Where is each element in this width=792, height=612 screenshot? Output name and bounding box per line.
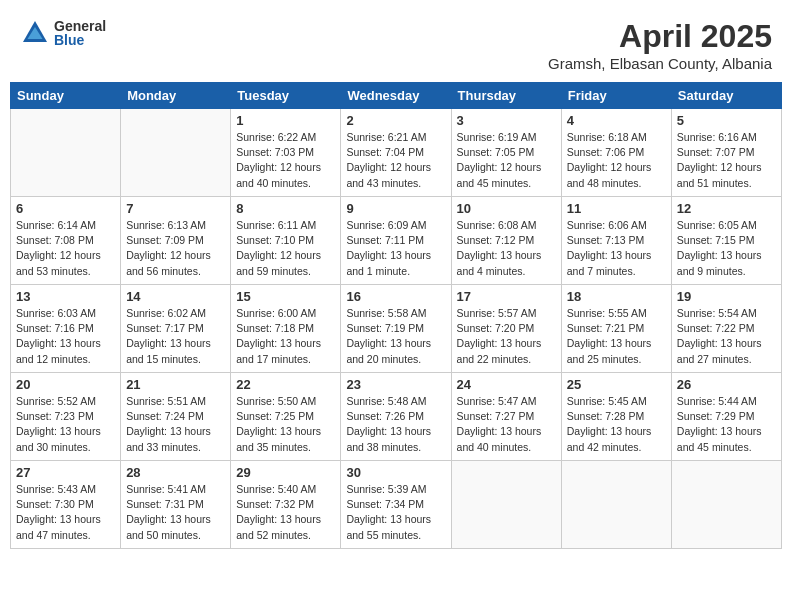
day-info: Sunrise: 5:45 AM Sunset: 7:28 PM Dayligh…	[567, 394, 666, 455]
day-info: Sunrise: 5:44 AM Sunset: 7:29 PM Dayligh…	[677, 394, 776, 455]
weekday-header-cell: Monday	[121, 83, 231, 109]
weekday-header-cell: Saturday	[671, 83, 781, 109]
day-info: Sunrise: 6:18 AM Sunset: 7:06 PM Dayligh…	[567, 130, 666, 191]
day-number: 30	[346, 465, 445, 480]
day-info: Sunrise: 5:55 AM Sunset: 7:21 PM Dayligh…	[567, 306, 666, 367]
day-number: 16	[346, 289, 445, 304]
day-info: Sunrise: 6:11 AM Sunset: 7:10 PM Dayligh…	[236, 218, 335, 279]
day-number: 13	[16, 289, 115, 304]
calendar-day-cell: 20Sunrise: 5:52 AM Sunset: 7:23 PM Dayli…	[11, 373, 121, 461]
calendar-day-cell	[671, 461, 781, 549]
day-number: 28	[126, 465, 225, 480]
logo: General Blue	[20, 18, 106, 48]
day-number: 27	[16, 465, 115, 480]
calendar-day-cell: 17Sunrise: 5:57 AM Sunset: 7:20 PM Dayli…	[451, 285, 561, 373]
day-info: Sunrise: 5:52 AM Sunset: 7:23 PM Dayligh…	[16, 394, 115, 455]
calendar-day-cell: 13Sunrise: 6:03 AM Sunset: 7:16 PM Dayli…	[11, 285, 121, 373]
logo-icon	[20, 18, 50, 48]
day-info: Sunrise: 6:19 AM Sunset: 7:05 PM Dayligh…	[457, 130, 556, 191]
calendar-day-cell: 15Sunrise: 6:00 AM Sunset: 7:18 PM Dayli…	[231, 285, 341, 373]
day-info: Sunrise: 5:58 AM Sunset: 7:19 PM Dayligh…	[346, 306, 445, 367]
day-info: Sunrise: 5:57 AM Sunset: 7:20 PM Dayligh…	[457, 306, 556, 367]
calendar-day-cell: 14Sunrise: 6:02 AM Sunset: 7:17 PM Dayli…	[121, 285, 231, 373]
month-year-title: April 2025	[548, 18, 772, 55]
calendar-day-cell	[561, 461, 671, 549]
calendar-week-row: 20Sunrise: 5:52 AM Sunset: 7:23 PM Dayli…	[11, 373, 782, 461]
day-number: 19	[677, 289, 776, 304]
calendar-day-cell: 11Sunrise: 6:06 AM Sunset: 7:13 PM Dayli…	[561, 197, 671, 285]
day-number: 22	[236, 377, 335, 392]
day-number: 5	[677, 113, 776, 128]
day-number: 1	[236, 113, 335, 128]
day-info: Sunrise: 5:40 AM Sunset: 7:32 PM Dayligh…	[236, 482, 335, 543]
day-number: 23	[346, 377, 445, 392]
calendar-day-cell: 18Sunrise: 5:55 AM Sunset: 7:21 PM Dayli…	[561, 285, 671, 373]
day-info: Sunrise: 5:39 AM Sunset: 7:34 PM Dayligh…	[346, 482, 445, 543]
calendar-day-cell: 12Sunrise: 6:05 AM Sunset: 7:15 PM Dayli…	[671, 197, 781, 285]
day-number: 8	[236, 201, 335, 216]
calendar-day-cell	[451, 461, 561, 549]
day-number: 17	[457, 289, 556, 304]
calendar-day-cell: 19Sunrise: 5:54 AM Sunset: 7:22 PM Dayli…	[671, 285, 781, 373]
day-number: 12	[677, 201, 776, 216]
weekday-header-row: SundayMondayTuesdayWednesdayThursdayFrid…	[11, 83, 782, 109]
day-number: 20	[16, 377, 115, 392]
calendar-day-cell: 10Sunrise: 6:08 AM Sunset: 7:12 PM Dayli…	[451, 197, 561, 285]
day-info: Sunrise: 6:03 AM Sunset: 7:16 PM Dayligh…	[16, 306, 115, 367]
day-info: Sunrise: 5:54 AM Sunset: 7:22 PM Dayligh…	[677, 306, 776, 367]
calendar-day-cell	[121, 109, 231, 197]
day-info: Sunrise: 6:14 AM Sunset: 7:08 PM Dayligh…	[16, 218, 115, 279]
location-subtitle: Gramsh, Elbasan County, Albania	[548, 55, 772, 72]
day-number: 26	[677, 377, 776, 392]
calendar-day-cell	[11, 109, 121, 197]
weekday-header-cell: Tuesday	[231, 83, 341, 109]
logo-blue-text: Blue	[54, 33, 106, 47]
day-info: Sunrise: 6:16 AM Sunset: 7:07 PM Dayligh…	[677, 130, 776, 191]
calendar-day-cell: 6Sunrise: 6:14 AM Sunset: 7:08 PM Daylig…	[11, 197, 121, 285]
calendar-day-cell: 21Sunrise: 5:51 AM Sunset: 7:24 PM Dayli…	[121, 373, 231, 461]
day-info: Sunrise: 6:09 AM Sunset: 7:11 PM Dayligh…	[346, 218, 445, 279]
day-number: 6	[16, 201, 115, 216]
day-number: 25	[567, 377, 666, 392]
title-block: April 2025 Gramsh, Elbasan County, Alban…	[548, 18, 772, 72]
day-info: Sunrise: 6:08 AM Sunset: 7:12 PM Dayligh…	[457, 218, 556, 279]
calendar-body: 1Sunrise: 6:22 AM Sunset: 7:03 PM Daylig…	[11, 109, 782, 549]
calendar-day-cell: 22Sunrise: 5:50 AM Sunset: 7:25 PM Dayli…	[231, 373, 341, 461]
day-info: Sunrise: 5:50 AM Sunset: 7:25 PM Dayligh…	[236, 394, 335, 455]
day-info: Sunrise: 6:21 AM Sunset: 7:04 PM Dayligh…	[346, 130, 445, 191]
calendar-day-cell: 29Sunrise: 5:40 AM Sunset: 7:32 PM Dayli…	[231, 461, 341, 549]
day-info: Sunrise: 6:05 AM Sunset: 7:15 PM Dayligh…	[677, 218, 776, 279]
calendar-week-row: 1Sunrise: 6:22 AM Sunset: 7:03 PM Daylig…	[11, 109, 782, 197]
day-number: 3	[457, 113, 556, 128]
weekday-header-cell: Wednesday	[341, 83, 451, 109]
calendar-week-row: 27Sunrise: 5:43 AM Sunset: 7:30 PM Dayli…	[11, 461, 782, 549]
day-number: 24	[457, 377, 556, 392]
calendar-day-cell: 1Sunrise: 6:22 AM Sunset: 7:03 PM Daylig…	[231, 109, 341, 197]
day-info: Sunrise: 6:13 AM Sunset: 7:09 PM Dayligh…	[126, 218, 225, 279]
calendar-table: SundayMondayTuesdayWednesdayThursdayFrid…	[10, 82, 782, 549]
weekday-header-cell: Friday	[561, 83, 671, 109]
day-info: Sunrise: 5:43 AM Sunset: 7:30 PM Dayligh…	[16, 482, 115, 543]
calendar-day-cell: 30Sunrise: 5:39 AM Sunset: 7:34 PM Dayli…	[341, 461, 451, 549]
day-number: 15	[236, 289, 335, 304]
day-number: 21	[126, 377, 225, 392]
day-number: 10	[457, 201, 556, 216]
day-info: Sunrise: 6:00 AM Sunset: 7:18 PM Dayligh…	[236, 306, 335, 367]
day-number: 9	[346, 201, 445, 216]
day-number: 14	[126, 289, 225, 304]
calendar-day-cell: 2Sunrise: 6:21 AM Sunset: 7:04 PM Daylig…	[341, 109, 451, 197]
calendar-week-row: 13Sunrise: 6:03 AM Sunset: 7:16 PM Dayli…	[11, 285, 782, 373]
day-number: 2	[346, 113, 445, 128]
day-number: 4	[567, 113, 666, 128]
calendar-day-cell: 8Sunrise: 6:11 AM Sunset: 7:10 PM Daylig…	[231, 197, 341, 285]
logo-general-text: General	[54, 19, 106, 33]
day-number: 7	[126, 201, 225, 216]
calendar-day-cell: 24Sunrise: 5:47 AM Sunset: 7:27 PM Dayli…	[451, 373, 561, 461]
day-info: Sunrise: 6:02 AM Sunset: 7:17 PM Dayligh…	[126, 306, 225, 367]
calendar-day-cell: 5Sunrise: 6:16 AM Sunset: 7:07 PM Daylig…	[671, 109, 781, 197]
day-info: Sunrise: 6:22 AM Sunset: 7:03 PM Dayligh…	[236, 130, 335, 191]
day-info: Sunrise: 5:48 AM Sunset: 7:26 PM Dayligh…	[346, 394, 445, 455]
day-number: 18	[567, 289, 666, 304]
day-info: Sunrise: 5:41 AM Sunset: 7:31 PM Dayligh…	[126, 482, 225, 543]
calendar-day-cell: 3Sunrise: 6:19 AM Sunset: 7:05 PM Daylig…	[451, 109, 561, 197]
